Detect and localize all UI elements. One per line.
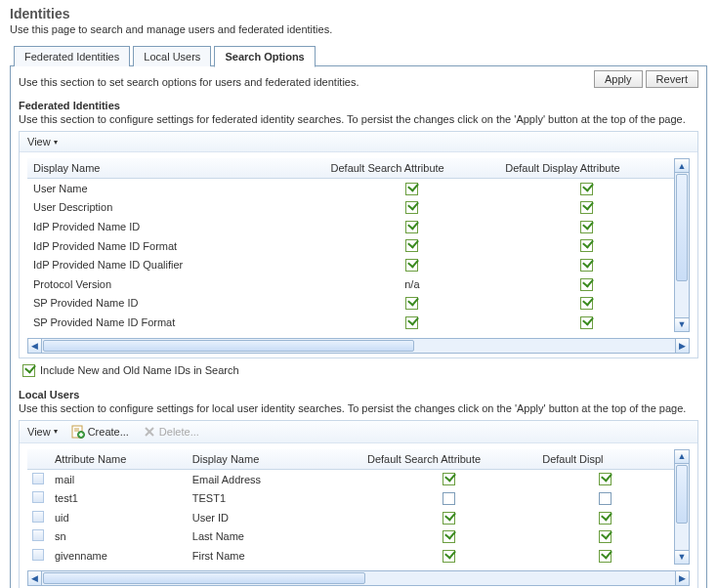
scroll-down-icon[interactable]: ▼ [675,317,689,331]
include-checkbox[interactable] [22,364,35,377]
row-handle[interactable] [27,488,49,508]
cell-default-search [325,255,500,274]
tab-federated-identities[interactable]: Federated Identities [14,46,130,66]
row-handle[interactable] [27,527,49,547]
col-display-name[interactable]: Display Name [27,158,325,179]
cell-default-display [499,274,674,294]
include-label: Include New and Old Name IDs in Search [40,364,239,376]
scroll-up-icon[interactable]: ▲ [675,450,689,464]
display-checkbox[interactable] [599,550,612,563]
search-checkbox[interactable] [443,473,455,485]
search-checkbox[interactable] [443,550,455,563]
drag-handle-icon[interactable] [32,511,44,523]
display-checkbox[interactable] [580,239,593,252]
table-row: IdP Provided Name ID [27,217,674,236]
scroll-right-icon[interactable]: ▶ [675,339,689,353]
federated-section-desc: Use this section to configure settings f… [19,113,698,125]
search-checkbox[interactable] [443,512,455,525]
col-display-name[interactable]: Display Name [187,449,361,470]
cell-display-name: TEST1 [187,488,361,508]
display-checkbox[interactable] [580,259,593,272]
table-row: SP Provided Name ID Format [27,313,674,332]
display-checkbox[interactable] [580,221,593,233]
search-checkbox[interactable] [443,530,455,543]
cell-attr-name: mail [49,469,187,488]
display-checkbox[interactable] [580,316,593,329]
chevron-down-icon: ▾ [54,427,58,436]
cell-display-name: IdP Provided Name ID Format [27,236,325,256]
scroll-thumb[interactable] [676,465,688,524]
cell-display-name: SP Provided Name ID [27,294,325,314]
row-handle[interactable] [27,546,49,565]
scroll-right-icon[interactable]: ▶ [675,571,689,585]
scroll-left-icon[interactable]: ◀ [28,339,42,353]
cell-default-display [536,546,674,565]
table-row: uidUser ID [27,508,674,527]
drag-handle-icon[interactable] [32,473,44,484]
table-row: IdP Provided Name ID Qualifier [27,255,674,274]
local-grid-wrap: Attribute Name Display Name Default Sear… [27,449,690,565]
delete-icon [143,425,156,439]
tab-local-users[interactable]: Local Users [133,46,211,66]
na-text: n/a [404,278,419,290]
display-checkbox[interactable] [599,530,612,543]
display-checkbox[interactable] [580,183,593,195]
apply-button[interactable]: Apply [594,70,643,88]
scroll-thumb[interactable] [43,340,414,352]
create-button[interactable]: Create... [71,425,129,439]
display-checkbox[interactable] [580,201,593,214]
delete-button: Delete... [143,425,199,439]
cell-attr-name: sn [49,527,187,547]
include-checkbox-row[interactable]: Include New and Old Name IDs in Search [22,364,698,377]
table-row: snLast Name [27,527,674,547]
scroll-thumb[interactable] [43,572,365,584]
col-default-search[interactable]: Default Search Attribute [325,158,500,179]
search-checkbox[interactable] [405,239,418,252]
local-vertical-scrollbar[interactable]: ▲ ▼ [674,449,690,565]
federated-vertical-scrollbar[interactable]: ▲ ▼ [674,158,690,332]
display-checkbox[interactable] [599,512,612,525]
tab-search-options[interactable]: Search Options [214,46,315,67]
col-default-search[interactable]: Default Search Attribute [361,449,536,470]
display-checkbox[interactable] [599,473,612,485]
scroll-up-icon[interactable]: ▲ [675,159,689,173]
local-horizontal-scrollbar[interactable]: ◀ ▶ [27,570,690,586]
cell-default-search [325,294,500,314]
cell-default-search [361,469,536,488]
col-default-display[interactable]: Default Display Attribute [499,158,674,179]
search-checkbox[interactable] [405,297,418,310]
tab-body: Apply Revert Use this section to set sea… [10,66,707,588]
search-checkbox[interactable] [443,492,455,505]
row-handle[interactable] [27,469,49,488]
search-checkbox[interactable] [405,316,418,329]
scroll-left-icon[interactable]: ◀ [28,571,42,585]
cell-display-name: SP Provided Name ID Format [27,313,325,332]
table-row: User Name [27,179,674,198]
drag-handle-icon[interactable] [32,491,44,503]
federated-horizontal-scrollbar[interactable]: ◀ ▶ [27,338,690,354]
table-row: SP Provided Name ID [27,294,674,314]
drag-handle-icon[interactable] [32,529,44,541]
search-checkbox[interactable] [405,221,418,233]
local-view-menu[interactable]: View ▾ [27,426,58,438]
federated-view-menu[interactable]: View ▾ [27,136,58,147]
table-row: mailEmail Address [27,469,674,488]
display-checkbox[interactable] [580,297,593,310]
cell-default-search [361,546,536,565]
row-handle[interactable] [27,508,49,527]
revert-button[interactable]: Revert [646,70,698,88]
col-attr-name[interactable]: Attribute Name [49,449,187,470]
local-view-label: View [27,426,51,438]
cell-default-search [325,313,500,332]
col-default-display[interactable]: Default Displ [536,449,674,470]
scroll-down-icon[interactable]: ▼ [675,550,689,564]
cell-default-search [325,179,500,198]
search-checkbox[interactable] [405,183,418,195]
tabstrip: Federated Identities Local Users Search … [10,45,707,66]
search-checkbox[interactable] [405,201,418,214]
drag-handle-icon[interactable] [32,549,44,561]
display-checkbox[interactable] [599,492,612,505]
search-checkbox[interactable] [405,259,418,272]
display-checkbox[interactable] [580,278,593,291]
scroll-thumb[interactable] [676,174,688,281]
